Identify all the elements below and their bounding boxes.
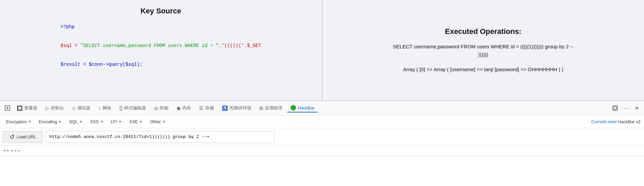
key-source-panel: Key Source <?php $sql = "SELECT username… xyxy=(0,0,323,100)
tab-inspector[interactable]: 🔲 查看器 xyxy=(13,104,41,112)
storage-icon: ☰ xyxy=(199,105,203,111)
code-result-var: $result = $conn->query($sql); xyxy=(61,62,143,67)
encryption-arrow-icon: ▼ xyxy=(28,120,31,124)
hackbar-menu-other[interactable]: Other ▼ xyxy=(147,118,168,126)
code-block: <?php $sql = "SELECT username,password F… xyxy=(61,22,261,69)
lfi-arrow-icon: ▼ xyxy=(118,120,122,124)
executed-result: Array ( [0] => Array ( [username] => tan… xyxy=(403,65,563,74)
sql-arrow-icon: ▼ xyxy=(79,120,82,124)
executed-panel: Executed Operations: SELECT username,pas… xyxy=(323,0,644,100)
code-line-3: $result = $conn->query($sql); xyxy=(61,60,261,69)
svg-rect-2 xyxy=(614,107,616,109)
performance-icon: ◎ xyxy=(154,105,158,111)
hackbar-dot-icon xyxy=(291,105,296,110)
executed-query: SELECT username,password FROM users WHER… xyxy=(393,43,573,59)
xss-arrow-icon: ▼ xyxy=(100,120,103,124)
hackbar-commit-area: Commit now! HackBar v2 xyxy=(591,119,641,124)
tab-memory[interactable]: ◉ 内存 xyxy=(173,104,194,112)
code-line-1: <?php xyxy=(61,22,261,32)
xxe-arrow-icon: ▼ xyxy=(139,120,143,124)
devtools-undock-btn[interactable] xyxy=(610,103,620,113)
hackbar-menu-lfi[interactable]: LFI ▼ xyxy=(108,118,124,126)
encoding-arrow-icon: ▼ xyxy=(59,120,62,124)
url-input[interactable] xyxy=(46,131,274,143)
network-icon: ↕ xyxy=(99,105,101,111)
tab-network[interactable]: ↕ 网络 xyxy=(95,104,115,112)
accessibility-icon: ♿ xyxy=(222,105,228,111)
devtools-more-btn[interactable]: ⋯ xyxy=(621,103,631,113)
inspector-icon: 🔲 xyxy=(17,105,23,111)
hackbar-menu-encoding[interactable]: Encoding ▼ xyxy=(36,118,64,126)
console-icon: ▷ xyxy=(45,105,49,111)
hackbar-url-row: ↺ Load URL xyxy=(0,128,644,146)
devtools-inspect-icon[interactable] xyxy=(3,103,12,113)
style-editor-icon: {} xyxy=(119,105,122,111)
tab-debugger[interactable]: ◇ 调试器 xyxy=(69,104,94,112)
load-url-button[interactable]: ↺ Load URL xyxy=(3,131,43,143)
hackbar-menu-xxe[interactable]: XXE ▼ xyxy=(126,118,145,126)
tab-storage[interactable]: ☰ 存储 xyxy=(196,104,217,112)
tab-hackbar[interactable]: HackBar xyxy=(287,104,318,112)
debugger-icon: ◇ xyxy=(72,105,76,111)
hackbar-menu-encryption[interactable]: Encryption ▼ xyxy=(3,118,34,126)
bottom-row-hint: ⁕⁕ ✦✦✦ xyxy=(3,148,21,153)
tab-console[interactable]: ▷ 控制台 xyxy=(42,104,67,112)
devtools-bar: 🔲 查看器 ▷ 控制台 ◇ 调试器 ↕ 网络 {} 样式编辑器 ◎ 性能 ◉ 内… xyxy=(0,101,644,115)
devtools-right-controls: ⋯ ✕ xyxy=(610,103,641,113)
hackbar-bottom-row: ⁕⁕ ✦✦✦ xyxy=(0,146,644,156)
tab-style-editor[interactable]: {} 样式编辑器 xyxy=(116,104,149,112)
key-source-title: Key Source xyxy=(141,7,181,15)
memory-icon: ◉ xyxy=(177,105,181,111)
tab-performance[interactable]: ◎ 性能 xyxy=(151,104,172,112)
application-icon: ⊞ xyxy=(259,105,263,111)
hackbar-toolbar: Encryption ▼ Encoding ▼ SQL ▼ XSS ▼ LFI … xyxy=(0,115,644,128)
svg-rect-1 xyxy=(613,106,617,110)
tab-accessibility[interactable]: ♿ 无障碍环境 xyxy=(219,104,255,112)
hackbar-menu-sql[interactable]: SQL ▼ xyxy=(66,118,85,126)
code-php-tag: <?php xyxy=(61,24,75,30)
main-content: Key Source <?php $sql = "SELECT username… xyxy=(0,0,644,101)
hackbar-version-label: HackBar v2 xyxy=(618,119,641,124)
commit-now-link[interactable]: Commit now! xyxy=(591,119,617,124)
code-line-2: $sql = "SELECT username,password FROM us… xyxy=(61,41,261,50)
code-sql-var: $sql = "SELECT username,password FROM us… xyxy=(61,43,261,48)
hackbar-menu-xss[interactable]: XSS ▼ xyxy=(87,118,106,126)
executed-title: Executed Operations: xyxy=(445,27,521,36)
load-url-icon: ↺ xyxy=(9,133,14,141)
devtools-close-btn[interactable]: ✕ xyxy=(632,103,641,113)
tab-application[interactable]: ⊞ 应用程序 xyxy=(256,104,286,112)
other-arrow-icon: ▼ xyxy=(162,120,165,124)
